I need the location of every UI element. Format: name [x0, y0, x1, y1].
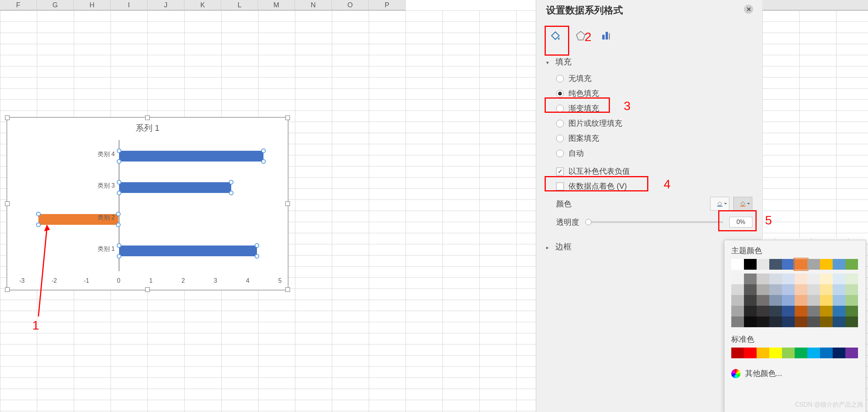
color-swatch[interactable] — [795, 259, 807, 270]
color-swatch[interactable] — [833, 295, 845, 306]
col-H[interactable]: H — [74, 0, 111, 10]
color-swatch[interactable] — [807, 259, 820, 270]
grid-right[interactable] — [762, 0, 868, 238]
color-swatch[interactable] — [769, 316, 782, 327]
color-swatch[interactable] — [782, 316, 795, 327]
color-swatch[interactable] — [833, 316, 845, 327]
chart-object[interactable]: 系列 1 类别 4 类别 3 类别 2 类别 1 -3 -2 -1 0 1 2 … — [7, 117, 288, 290]
bar-cat3[interactable] — [119, 182, 232, 193]
color-swatch[interactable] — [782, 306, 795, 316]
resize-handle[interactable] — [285, 287, 290, 292]
color-swatch[interactable] — [833, 348, 845, 358]
color-swatch[interactable] — [845, 259, 858, 270]
fill-picture[interactable]: 图片或纹理填充 — [546, 116, 752, 131]
col-L[interactable]: L — [221, 0, 258, 10]
color-swatch[interactable] — [795, 306, 807, 316]
col-F[interactable]: F — [0, 0, 37, 10]
color-swatch[interactable] — [744, 316, 757, 327]
resize-handle[interactable] — [145, 287, 150, 292]
color-button-primary[interactable] — [710, 197, 729, 211]
color-swatch[interactable] — [807, 295, 820, 306]
color-swatch[interactable] — [757, 284, 769, 295]
color-swatch[interactable] — [820, 259, 833, 270]
color-swatch[interactable] — [744, 259, 757, 270]
plot-area[interactable]: 类别 4 类别 3 类别 2 类别 1 -3 -2 -1 0 1 2 3 4 5 — [22, 140, 280, 271]
bar-cat4[interactable] — [119, 150, 264, 162]
color-swatch[interactable] — [845, 306, 858, 316]
color-swatch[interactable] — [731, 284, 744, 295]
close-icon[interactable]: ✕ — [744, 5, 753, 14]
resize-handle[interactable] — [5, 201, 10, 206]
series-options-tab[interactable] — [598, 28, 614, 43]
color-swatch[interactable] — [769, 259, 782, 270]
resize-handle[interactable] — [5, 287, 10, 292]
color-swatch[interactable] — [757, 274, 769, 284]
color-swatch[interactable] — [807, 284, 820, 295]
color-swatch[interactable] — [782, 284, 795, 295]
color-swatch[interactable] — [782, 348, 795, 358]
color-swatch[interactable] — [782, 274, 795, 284]
transparency-slider[interactable] — [585, 221, 723, 223]
fill-gradient[interactable]: 渐变填充 — [546, 101, 752, 116]
fill-pattern[interactable]: 图案填充 — [546, 131, 752, 146]
chart-title[interactable]: 系列 1 — [7, 118, 288, 135]
color-swatch[interactable] — [845, 274, 858, 284]
fill-solid[interactable]: 纯色填充 — [546, 86, 752, 101]
color-swatch[interactable] — [833, 274, 845, 284]
border-section-header[interactable]: ▸边框 — [546, 237, 752, 256]
color-swatch[interactable] — [731, 316, 744, 327]
color-swatch[interactable] — [820, 306, 833, 316]
color-swatch[interactable] — [795, 274, 807, 284]
col-N[interactable]: N — [295, 0, 332, 10]
color-swatch[interactable] — [744, 295, 757, 306]
color-swatch[interactable] — [757, 348, 769, 358]
color-swatch[interactable] — [820, 295, 833, 306]
color-swatch[interactable] — [795, 284, 807, 295]
color-swatch[interactable] — [769, 274, 782, 284]
fill-section-header[interactable]: ▾填充 — [546, 53, 752, 71]
color-swatch[interactable] — [833, 306, 845, 316]
color-swatch[interactable] — [820, 316, 833, 327]
fill-none[interactable]: 无填充 — [546, 71, 752, 86]
more-colors-button[interactable]: 其他颜色... — [731, 362, 859, 379]
resize-handle[interactable] — [285, 201, 290, 206]
resize-handle[interactable] — [5, 115, 10, 120]
color-swatch[interactable] — [782, 295, 795, 306]
color-swatch[interactable] — [795, 348, 807, 358]
color-swatch[interactable] — [807, 316, 820, 327]
color-swatch[interactable] — [795, 316, 807, 327]
color-swatch[interactable] — [820, 284, 833, 295]
resize-handle[interactable] — [145, 115, 150, 120]
color-swatch[interactable] — [769, 284, 782, 295]
col-K[interactable]: K — [184, 0, 221, 10]
color-button-negative[interactable] — [733, 197, 752, 211]
color-swatch[interactable] — [833, 284, 845, 295]
color-swatch[interactable] — [731, 306, 744, 316]
color-swatch[interactable] — [744, 284, 757, 295]
color-swatch[interactable] — [757, 259, 769, 270]
color-swatch[interactable] — [782, 259, 795, 270]
color-swatch[interactable] — [744, 306, 757, 316]
color-swatch[interactable] — [744, 348, 757, 358]
color-swatch[interactable] — [757, 295, 769, 306]
color-swatch[interactable] — [807, 348, 820, 358]
fill-line-tab[interactable] — [548, 28, 563, 43]
color-swatch[interactable] — [845, 348, 858, 358]
fill-auto[interactable]: 自动 — [546, 146, 752, 161]
color-swatch[interactable] — [757, 316, 769, 327]
color-swatch[interactable] — [807, 306, 820, 316]
color-swatch[interactable] — [833, 259, 845, 270]
color-swatch[interactable] — [731, 274, 744, 284]
invert-negative-checkbox[interactable]: ✓以互补色代表负值 — [546, 164, 752, 179]
col-I[interactable]: I — [111, 0, 147, 10]
resize-handle[interactable] — [285, 115, 290, 120]
col-M[interactable]: M — [258, 0, 295, 10]
col-J[interactable]: J — [147, 0, 184, 10]
color-swatch[interactable] — [820, 348, 833, 358]
color-swatch[interactable] — [769, 348, 782, 358]
color-swatch[interactable] — [731, 259, 744, 270]
color-swatch[interactable] — [820, 274, 833, 284]
vary-colors-checkbox[interactable]: 依数据点着色 (V) — [546, 179, 752, 194]
color-swatch[interactable] — [807, 274, 820, 284]
color-swatch[interactable] — [769, 306, 782, 316]
